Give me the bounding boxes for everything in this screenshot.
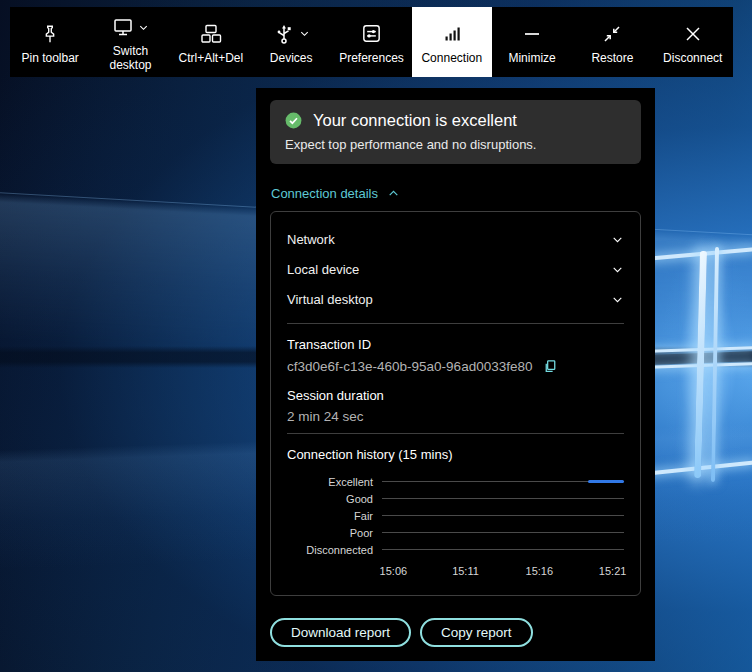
section-label: Network [287, 232, 335, 247]
history-row-disconnected: Disconnected [287, 541, 624, 558]
history-level-label: Poor [287, 527, 382, 539]
history-data-line [588, 480, 624, 483]
history-gridline [382, 549, 624, 550]
chevron-down-icon [138, 22, 149, 33]
history-level-label: Fair [287, 510, 382, 522]
copy-report-button[interactable]: Copy report [420, 618, 533, 647]
chevron-down-icon [611, 293, 624, 306]
history-x-tick: 15:21 [599, 565, 627, 577]
chevron-down-icon [299, 28, 310, 39]
status-subtitle: Expect top performance and no disruption… [285, 137, 627, 152]
connection-history-title: Connection history (15 mins) [287, 447, 624, 462]
toolbar-item-disconnect[interactable]: Disconnect [653, 7, 733, 77]
toolbar-item-label: Switch desktop [94, 45, 166, 72]
remote-session-toolbar: Pin toolbar Switch desktop [10, 7, 733, 77]
minimize-icon [520, 19, 544, 49]
toolbar-item-label: Pin toolbar [21, 52, 78, 65]
connection-details-toggle[interactable]: Connection details [271, 186, 400, 201]
section-local-device[interactable]: Local device [287, 254, 624, 284]
history-row-excellent: Excellent [287, 473, 624, 490]
history-gridline [382, 515, 624, 516]
download-report-button[interactable]: Download report [270, 618, 411, 647]
preferences-sliders-icon [360, 19, 383, 49]
section-virtual-desktop[interactable]: Virtual desktop [287, 284, 624, 314]
close-x-icon [681, 19, 705, 49]
section-label: Virtual desktop [287, 292, 373, 307]
history-row-good: Good [287, 490, 624, 507]
signal-bars-icon [440, 19, 464, 49]
toolbar-item-label: Minimize [508, 52, 555, 65]
history-row-poor: Poor [287, 524, 624, 541]
toolbar-item-label: Connection [421, 52, 482, 65]
toolbar-item-label: Restore [591, 52, 633, 65]
history-x-axis: 15:06 15:11 15:16 15:21 [382, 563, 624, 579]
toolbar-item-label: Disconnect [663, 52, 722, 65]
toolbar-item-switch-desktop[interactable]: Switch desktop [90, 7, 170, 77]
chevron-down-icon [611, 233, 624, 246]
connection-history-chart: Excellent Good Fair Poor [287, 473, 624, 579]
chevron-up-icon [387, 187, 400, 200]
toolbar-item-preferences[interactable]: Preferences [331, 7, 411, 77]
check-circle-icon [284, 111, 303, 130]
history-gridline [382, 532, 624, 533]
transaction-id-label: Transaction ID [287, 337, 624, 352]
status-title: Your connection is excellent [313, 111, 517, 130]
history-level-label: Good [287, 493, 382, 505]
section-label: Local device [287, 262, 359, 277]
session-duration-label: Session duration [287, 388, 624, 403]
transaction-id-value: cf3d0e6f-c13e-460b-95a0-96ad0033fe80 [287, 359, 532, 374]
connection-details-card: Network Local device Virtual desktop Tra… [270, 211, 641, 596]
history-level-label: Disconnected [287, 544, 382, 556]
remote-desktop-screen: Pin toolbar Switch desktop [0, 0, 752, 672]
toolbar-item-label: Preferences [339, 52, 404, 65]
ctrl-alt-del-keys-icon [199, 19, 223, 49]
toolbar-item-devices[interactable]: Devices [251, 7, 331, 77]
usb-devices-icon [272, 19, 310, 49]
history-level-label: Excellent [287, 476, 382, 488]
divider [287, 433, 624, 434]
pin-icon [39, 19, 61, 49]
toolbar-item-minimize[interactable]: Minimize [492, 7, 572, 77]
chevron-down-icon [611, 263, 624, 276]
connection-details-label: Connection details [271, 186, 378, 201]
divider [287, 323, 624, 324]
connection-panel: Your connection is excellent Expect top … [256, 88, 655, 661]
copy-icon [542, 358, 559, 375]
history-x-tick: 15:11 [452, 565, 479, 577]
restore-icon [600, 19, 624, 49]
history-gridline [382, 481, 624, 482]
toolbar-item-ctrl-alt-del[interactable]: Ctrl+Alt+Del [171, 7, 251, 77]
toolbar-item-label: Devices [270, 52, 313, 65]
copy-transaction-id-button[interactable] [542, 358, 559, 375]
session-duration-value: 2 min 24 sec [287, 409, 624, 424]
toolbar-item-pin-toolbar[interactable]: Pin toolbar [10, 7, 90, 77]
history-x-tick: 15:16 [526, 565, 554, 577]
history-x-tick: 15:06 [380, 565, 408, 577]
history-gridline [382, 498, 624, 499]
connection-status-banner: Your connection is excellent Expect top … [270, 100, 641, 164]
toolbar-item-restore[interactable]: Restore [572, 7, 652, 77]
report-buttons-row: Download report Copy report [270, 618, 641, 647]
switch-desktop-icon [111, 12, 149, 42]
toolbar-item-connection[interactable]: Connection [412, 7, 492, 77]
history-row-fair: Fair [287, 507, 624, 524]
toolbar-item-label: Ctrl+Alt+Del [178, 52, 243, 65]
section-network[interactable]: Network [287, 224, 624, 254]
